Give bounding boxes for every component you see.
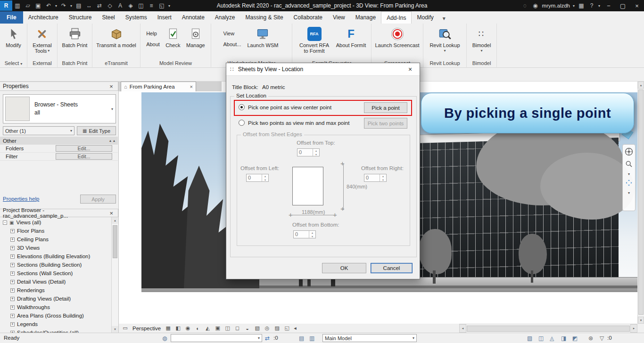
tab-steel[interactable]: Steel bbox=[97, 11, 120, 24]
radio-pick-one-point[interactable] bbox=[239, 104, 245, 110]
collapse-all-icon[interactable]: ▴ bbox=[113, 139, 115, 143]
select-pinned-icon[interactable]: ◬ bbox=[550, 335, 554, 342]
manage-button[interactable]: Manage bbox=[184, 26, 207, 48]
show-crop-icon[interactable]: ▣ bbox=[213, 325, 222, 332]
perspective-label[interactable]: Perspective bbox=[131, 326, 163, 331]
browser-item-views-all[interactable]: - ▣ Views (all) bbox=[3, 218, 111, 227]
batch-print-button[interactable]: Batch Print bbox=[62, 26, 88, 48]
redo-dropdown-icon[interactable]: ▾ bbox=[69, 0, 74, 11]
view-tab-from-parking-area[interactable]: ⌂ From Parking Area × bbox=[121, 82, 196, 91]
tab-modify[interactable]: Modify bbox=[412, 11, 438, 24]
customize-qat-icon[interactable]: ▾ bbox=[167, 0, 172, 11]
user-avatar-icon[interactable]: ◉ bbox=[530, 0, 541, 11]
h-scroll-right-icon[interactable]: ▸ bbox=[630, 324, 637, 333]
browser-item-floor-plans[interactable]: +Floor Plans bbox=[3, 227, 111, 235]
properties-filter-combo[interactable]: Other (1) ▾ bbox=[3, 126, 74, 135]
visual-style-icon[interactable]: ◧ bbox=[173, 325, 182, 332]
detail-level-icon[interactable]: ▦ bbox=[164, 325, 173, 332]
tab-massing-site[interactable]: Massing & Site bbox=[240, 11, 289, 24]
browser-item-schedules[interactable]: +Schedules/Quantities (all) bbox=[3, 328, 111, 333]
revit-lookup-button[interactable]: Revit Lookup ▾ bbox=[426, 26, 464, 54]
v-scroll-up-icon[interactable]: ▴ bbox=[638, 82, 644, 89]
tab-insert[interactable]: Insert bbox=[152, 11, 177, 24]
default-3d-view-icon[interactable]: ◈ bbox=[125, 0, 136, 11]
v-scroll-thumb[interactable] bbox=[638, 90, 644, 315]
launch-screencast-button[interactable]: Launch Screencast bbox=[375, 26, 420, 48]
dialog-titlebar[interactable]: ∷ Sheets by View - Location × bbox=[226, 63, 420, 76]
type-selector-dropdown-icon[interactable]: ▾ bbox=[111, 107, 113, 111]
maximize-button[interactable]: ▢ bbox=[616, 0, 630, 11]
browser-item-sections-building[interactable]: +Sections (Building Section) bbox=[3, 261, 111, 269]
h-scroll-left-icon[interactable]: ◂ bbox=[459, 324, 466, 333]
expander-icon[interactable]: + bbox=[10, 297, 15, 301]
expander-icon[interactable]: + bbox=[10, 237, 15, 242]
sheet-icon[interactable]: ▥ bbox=[12, 0, 23, 11]
active-workset-combo[interactable]: ▾ bbox=[171, 334, 262, 342]
external-tools-button[interactable]: External Tools▾ bbox=[33, 26, 51, 54]
browser-item-legends[interactable]: +Legends bbox=[3, 320, 111, 328]
help-dropdown-icon[interactable]: ▾ bbox=[597, 0, 602, 11]
browser-item-ceiling-plans[interactable]: +Ceiling Plans bbox=[3, 235, 111, 244]
type-selector[interactable]: Browser - Sheets all ▾ bbox=[3, 94, 116, 123]
aligned-dimension-icon[interactable]: ⇄ bbox=[94, 0, 105, 11]
expander-icon[interactable]: + bbox=[10, 280, 15, 284]
select-by-face-icon[interactable]: ◨ bbox=[561, 335, 566, 342]
tab-analyze[interactable]: Analyze bbox=[210, 11, 240, 24]
cancel-button[interactable]: Cancel bbox=[371, 263, 413, 273]
scroll-thumb[interactable] bbox=[113, 225, 117, 258]
section-icon[interactable]: ◫ bbox=[136, 0, 146, 11]
navbar-dropdown-icon-2[interactable]: ▾ bbox=[628, 191, 630, 195]
close-button[interactable]: × bbox=[630, 0, 644, 11]
expander-icon[interactable]: + bbox=[10, 263, 15, 267]
project-browser-close-icon[interactable]: × bbox=[107, 210, 115, 217]
tab-collaborate[interactable]: Collaborate bbox=[289, 11, 328, 24]
select-links-icon[interactable]: ▧ bbox=[527, 335, 532, 342]
expander-icon[interactable]: + bbox=[10, 246, 15, 250]
browser-item-3d-views[interactable]: +3D Views bbox=[3, 244, 111, 252]
signed-in-user[interactable]: mrym.alzdh bbox=[541, 3, 571, 8]
browser-item-drafting-views[interactable]: +Drafting Views (Detail) bbox=[3, 294, 111, 303]
browser-scrollbar[interactable]: ▴ ▾ bbox=[111, 217, 118, 333]
expander-icon[interactable]: + bbox=[10, 305, 15, 310]
filter-edit-button[interactable]: Edit... bbox=[56, 153, 112, 160]
browser-item-walkthroughs[interactable]: +Walkthroughs bbox=[3, 303, 111, 311]
pan-icon[interactable] bbox=[625, 179, 633, 188]
shadows-icon[interactable]: ◐ bbox=[193, 325, 202, 332]
editing-requests-icon[interactable]: ⇄ bbox=[265, 335, 270, 342]
worksets-icon[interactable]: ◍ bbox=[162, 335, 167, 342]
expander-icon[interactable]: + bbox=[10, 229, 15, 233]
help-button[interactable]: Help bbox=[144, 30, 159, 37]
navbar-dropdown-icon[interactable]: ▾ bbox=[628, 172, 630, 176]
pick-a-point-button[interactable]: Pick a point bbox=[364, 102, 407, 113]
undo-icon[interactable]: ↶ bbox=[43, 0, 54, 11]
tab-add-ins[interactable]: Add-Ins bbox=[381, 11, 412, 24]
search-icon[interactable]: ◌ bbox=[520, 0, 530, 11]
radio-pick-two-points[interactable] bbox=[239, 120, 245, 126]
tag-icon[interactable]: ◇ bbox=[105, 0, 115, 11]
expander-icon[interactable]: + bbox=[10, 288, 15, 293]
zoom-icon[interactable] bbox=[625, 160, 633, 169]
ok-button[interactable]: OK bbox=[322, 263, 366, 273]
about-wsm-button[interactable]: About... bbox=[222, 41, 243, 48]
properties-help-link[interactable]: Properties help bbox=[3, 196, 39, 202]
browser-item-detail-views[interactable]: +Detail Views (Detail) bbox=[3, 278, 111, 286]
tab-architecture[interactable]: Architecture bbox=[23, 11, 64, 24]
redo-icon[interactable]: ↷ bbox=[58, 0, 69, 11]
scroll-up-icon[interactable]: ▴ bbox=[112, 217, 118, 224]
settings-gear-icon[interactable]: ⊛ bbox=[588, 335, 593, 342]
constraints-icon[interactable]: ◱ bbox=[282, 325, 291, 332]
about-button[interactable]: About bbox=[144, 41, 162, 48]
app-store-icon[interactable]: ▦ bbox=[576, 0, 586, 11]
reveal-hidden-icon[interactable]: ◒ bbox=[243, 325, 252, 332]
help-icon[interactable]: ? bbox=[586, 0, 597, 11]
print-icon[interactable]: ▤ bbox=[74, 0, 84, 11]
scale-icon[interactable]: ▭ bbox=[121, 325, 130, 332]
open-icon[interactable]: ▱ bbox=[23, 0, 33, 11]
browser-item-sections-wall[interactable]: +Sections (Wall Section) bbox=[3, 269, 111, 278]
horizontal-scrollbar[interactable]: ◂ ▸ bbox=[459, 324, 637, 333]
folders-edit-button[interactable]: Edit... bbox=[56, 145, 112, 152]
user-dropdown-icon[interactable]: ▾ bbox=[571, 0, 576, 11]
tab-systems[interactable]: Systems bbox=[120, 11, 152, 24]
ribbon-display-toggle-icon[interactable]: ▾ bbox=[439, 13, 449, 24]
edit-type-button[interactable]: ▦ Edit Type bbox=[77, 126, 116, 135]
